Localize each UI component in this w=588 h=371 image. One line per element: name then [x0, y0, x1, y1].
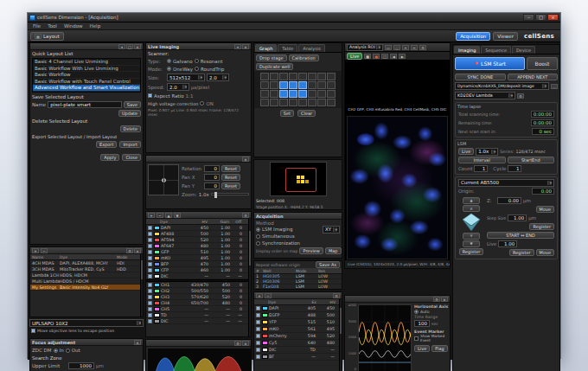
roi-rect-icon[interactable]: [385, 45, 392, 50]
well-cell[interactable]: [289, 99, 297, 106]
fluorescence-image[interactable]: [347, 116, 448, 259]
channel-checkbox[interactable]: [148, 301, 152, 305]
channel-row[interactable]: CH4 650/700 480 0: [146, 300, 251, 306]
zdc-in-radio[interactable]: [54, 349, 58, 353]
viewer-tab-button[interactable]: Viewer: [493, 32, 518, 41]
apply-button[interactable]: Apply: [100, 154, 119, 161]
laser-row[interactable]: mCherry 594 520: [254, 333, 342, 340]
channel-color-swatch[interactable]: [154, 262, 160, 266]
scan-zoom-select[interactable]: 2.0: [207, 74, 229, 81]
live-button[interactable]: Live: [347, 53, 362, 60]
channel-row[interactable]: DIC — — —: [146, 273, 251, 279]
channel-color-swatch[interactable]: [154, 313, 160, 317]
well-cell[interactable]: [260, 73, 269, 80]
bottom-move-button[interactable]: Move: [536, 249, 554, 256]
well-cell[interactable]: [327, 81, 336, 89]
channel-row[interactable]: BFP 470 1.00 0: [146, 261, 251, 267]
settings-icon[interactable]: [333, 293, 340, 298]
laser-row[interactable]: Cy5 640 480: [254, 340, 342, 347]
channel-color-swatch[interactable]: [154, 232, 160, 236]
map-button[interactable]: Map: [325, 247, 342, 254]
hv-correction-radio[interactable]: [200, 101, 204, 106]
well-cell[interactable]: [279, 90, 288, 98]
well-cell[interactable]: [308, 90, 316, 98]
laser-checkbox[interactable]: [256, 334, 260, 338]
plate-tab[interactable]: Analysis: [298, 44, 325, 52]
channel-color-swatch[interactable]: [154, 301, 160, 305]
snapshot-icon[interactable]: [381, 54, 388, 59]
close-panel-icon[interactable]: [134, 44, 141, 49]
well-cell[interactable]: [317, 81, 326, 89]
z-move-button[interactable]: Move: [536, 206, 554, 213]
well-cell[interactable]: [308, 99, 316, 106]
laser-checkbox[interactable]: [256, 306, 260, 310]
laser-row[interactable]: YFP 515 510: [254, 319, 342, 326]
add-icon[interactable]: [32, 248, 39, 253]
channel-color-swatch[interactable]: [154, 289, 160, 293]
close-panel-icon[interactable]: [134, 248, 141, 253]
channel-color-swatch[interactable]: [154, 238, 160, 242]
next-frame-icon[interactable]: [399, 54, 406, 59]
pan-x-reset-button[interactable]: Reset: [221, 174, 240, 181]
close-button[interactable]: ×: [547, 14, 559, 21]
resonant-radio[interactable]: [195, 59, 199, 63]
laser-checkbox[interactable]: [256, 320, 260, 324]
laser-checkbox[interactable]: [256, 348, 260, 352]
channel-row[interactable]: TD — — —: [146, 312, 251, 318]
channel-checkbox[interactable]: [148, 268, 152, 272]
lambda-select[interactable]: KD2DEV Lambda: [455, 92, 515, 99]
close-panel-icon[interactable]: [441, 297, 448, 302]
plate-tab[interactable]: Table: [278, 44, 297, 52]
menu-item[interactable]: Help: [90, 23, 101, 29]
zoom-slider-thumb[interactable]: [214, 192, 217, 198]
scrollbar[interactable]: [339, 299, 342, 371]
upper-limit-input[interactable]: 1000: [68, 362, 94, 369]
count-input[interactable]: 1: [474, 165, 488, 172]
channel-color-swatch[interactable]: [154, 244, 160, 248]
acquisition-tab-button[interactable]: Acquisition: [456, 32, 490, 41]
settings-icon[interactable]: [433, 297, 440, 302]
add-icon[interactable]: [256, 293, 263, 298]
save-as-button[interactable]: Save As: [316, 261, 340, 268]
well-cell[interactable]: [260, 81, 269, 89]
float-icon[interactable]: [126, 44, 133, 49]
channel-color-swatch[interactable]: [154, 250, 160, 254]
viewer-canvas[interactable]: CH2 GFP, CH3 mKusabira Red, CH4 CellMask…: [345, 61, 450, 259]
laser-checkbox[interactable]: [256, 327, 260, 331]
move-down-icon[interactable]: [174, 213, 181, 218]
roi-tool-select[interactable]: Analysis ROI: [347, 44, 383, 51]
well-cell[interactable]: [260, 99, 269, 106]
well-cell[interactable]: [308, 73, 316, 80]
duplicate-well-button[interactable]: Duplicate well: [256, 63, 293, 70]
stop-icon[interactable]: [364, 54, 371, 59]
well-cell[interactable]: [270, 90, 278, 98]
roundtrip-radio[interactable]: [195, 67, 199, 71]
lambda-settings-icon[interactable]: [517, 93, 524, 99]
well-cell[interactable]: [327, 90, 336, 98]
dye-table-row[interactable]: Lambda 1CH HDDS, HDCM: [30, 272, 143, 278]
boost-button[interactable]: Boost: [527, 57, 558, 70]
menu-item[interactable]: Tool: [48, 23, 57, 29]
settings-icon[interactable]: [234, 341, 241, 346]
laser-row[interactable]: DAPI 405 450: [254, 305, 342, 312]
quick-layout-item[interactable]: Basic 4 Channel Live Unmixing: [33, 59, 140, 66]
move-up-icon[interactable]: [165, 213, 172, 218]
well-cell[interactable]: [289, 90, 297, 98]
pan-x-input[interactable]: 0: [204, 174, 220, 181]
scan-speed-select[interactable]: 2.0: [167, 83, 189, 91]
well-cell[interactable]: [327, 99, 336, 106]
channel-row[interactable]: AF647 480 1.00 0: [146, 243, 251, 249]
channel-checkbox[interactable]: [148, 244, 152, 248]
prev-frame-icon[interactable]: [390, 54, 397, 59]
layout-button[interactable]: Layout: [30, 32, 64, 41]
startend-mode-button[interactable]: StartEnd: [508, 157, 555, 163]
chevron-down-icon[interactable]: [234, 44, 241, 49]
channel-color-swatch[interactable]: [154, 319, 160, 323]
laser-color-swatch[interactable]: [262, 320, 268, 324]
objective-select[interactable]: UPLSAPO 10X2: [29, 319, 144, 327]
well-cell[interactable]: [298, 90, 307, 98]
quick-layout-item[interactable]: Basic Workflow With Live Unmixing: [33, 66, 140, 73]
channel-row[interactable]: CFP 460 1.00 0: [146, 267, 251, 273]
delete-button[interactable]: Delete: [120, 125, 141, 132]
close-panel-icon[interactable]: [242, 157, 249, 162]
